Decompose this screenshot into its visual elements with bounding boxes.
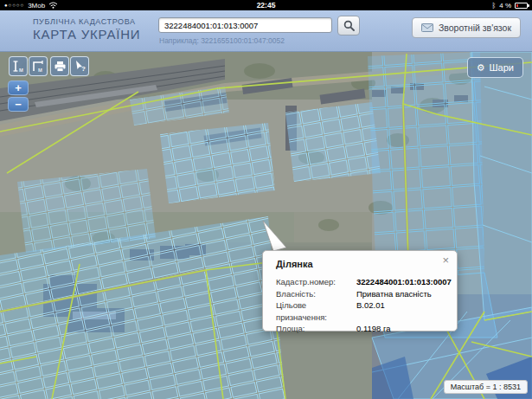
layers-label: Шари bbox=[490, 62, 514, 73]
svg-text:м: м bbox=[38, 67, 42, 73]
gear-icon: ⚙ bbox=[477, 62, 485, 74]
app-header: ПУБЛІЧНА КАДАСТРОВА КАРТА УКРАЇНИ Наприк… bbox=[0, 10, 532, 52]
scale-indicator: Масштаб = 1 : 8531 bbox=[444, 380, 528, 394]
utility-toolbar: ? bbox=[50, 56, 89, 76]
zoom-out-button[interactable]: − bbox=[8, 97, 29, 112]
feedback-label: Зворотній зв'язок bbox=[439, 23, 511, 33]
row-label: Площа: bbox=[276, 323, 356, 335]
search-icon bbox=[343, 20, 355, 31]
popup-row-ownership: Власність: Приватна власність bbox=[276, 288, 446, 300]
logo-line1: ПУБЛІЧНА КАДАСТРОВА bbox=[33, 17, 140, 26]
cadastral-search-input[interactable] bbox=[158, 17, 332, 33]
popup-rows: Кадастр.номер: 3222484001:01:013:0007 Вл… bbox=[276, 276, 446, 335]
row-label: Цільове призначення: bbox=[276, 299, 356, 323]
row-value: Приватна власність bbox=[356, 288, 432, 300]
row-value: 3222484001:01:013:0007 bbox=[356, 276, 452, 288]
popup-row-cadastral-number: Кадастр.номер: 3222484001:01:013:0007 bbox=[276, 276, 446, 288]
search-hint-label: Наприклад: 3221655100:01:047:0052 bbox=[159, 36, 285, 45]
measure-area-button[interactable]: м bbox=[29, 56, 48, 76]
feedback-button[interactable]: Зворотній зв'язок bbox=[412, 17, 521, 38]
print-button[interactable] bbox=[50, 56, 69, 76]
row-label: Власність: bbox=[276, 288, 356, 300]
row-label: Кадастр.номер: bbox=[276, 276, 356, 288]
battery-icon bbox=[515, 3, 528, 9]
measure-toolbar: м м bbox=[9, 56, 48, 76]
svg-text:?: ? bbox=[81, 65, 86, 73]
cursor-pointer bbox=[262, 220, 290, 254]
envelope-icon bbox=[421, 23, 433, 32]
parcel-info-popup: Ділянка × Кадастр.номер: 3222484001:01:0… bbox=[262, 250, 458, 331]
map-area: м м ? + − ⚙ Ша bbox=[0, 52, 532, 399]
row-value: B.02.01 bbox=[356, 299, 385, 323]
help-cursor-icon: ? bbox=[74, 60, 87, 73]
status-bar: ●○○○○ 3Mob 22:45 ᛒ 4 % bbox=[0, 0, 532, 10]
logo-line2: КАРТА УКРАЇНИ bbox=[33, 27, 140, 42]
close-icon[interactable]: × bbox=[442, 254, 449, 267]
app-logo: ПУБЛІЧНА КАДАСТРОВА КАРТА УКРАЇНИ bbox=[33, 17, 140, 42]
row-value: 0.1198 га bbox=[356, 323, 391, 335]
clock-label: 22:45 bbox=[0, 1, 532, 10]
help-button[interactable]: ? bbox=[70, 56, 89, 76]
layers-button[interactable]: ⚙ Шари bbox=[467, 57, 523, 78]
popup-row-area: Площа: 0.1198 га bbox=[276, 323, 446, 335]
popup-row-purpose: Цільове призначення: B.02.01 bbox=[276, 299, 446, 323]
popup-title: Ділянка bbox=[276, 259, 446, 269]
print-icon bbox=[54, 61, 67, 73]
measure-length-button[interactable]: м bbox=[9, 56, 28, 76]
svg-text:м: м bbox=[19, 67, 23, 73]
zoom-in-button[interactable]: + bbox=[8, 80, 29, 95]
measure-length-icon: м bbox=[12, 60, 24, 73]
search-button[interactable] bbox=[337, 16, 360, 35]
measure-area-icon: м bbox=[32, 60, 45, 73]
